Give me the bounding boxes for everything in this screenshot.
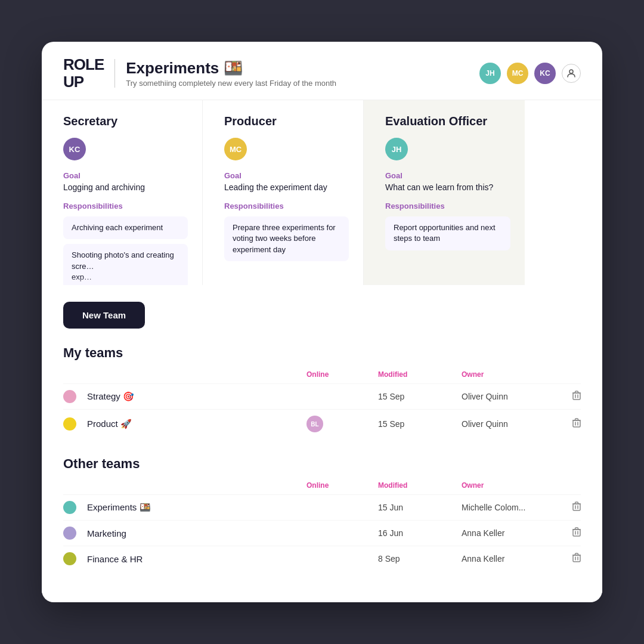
col-owner-my: Owner bbox=[462, 370, 557, 379]
header-left: ROLE UP Experiments 🍱 Try somethiing com… bbox=[63, 56, 336, 90]
team-dot-strategy bbox=[63, 390, 76, 403]
col-online-my: Online bbox=[306, 370, 378, 379]
my-teams-header: Online Modified Owner bbox=[63, 368, 581, 381]
owner-product: Oliver Quinn bbox=[462, 419, 557, 429]
date-marketing: 16 Jun bbox=[378, 528, 462, 538]
col-modified-other: Modified bbox=[378, 481, 462, 490]
producer-goal: Leading the experiment day bbox=[224, 182, 349, 192]
avatar-kc-card[interactable]: KC bbox=[63, 138, 86, 160]
table-row[interactable]: Finance & HR 8 Sep Anna Keller bbox=[63, 546, 581, 571]
svg-rect-5 bbox=[573, 555, 580, 562]
producer-card: Producer MC Goal Leading the experiment … bbox=[203, 100, 364, 285]
secretary-goal: Logging and archiving bbox=[63, 182, 188, 192]
role-cards-section: Secretary KC Goal Logging and archiving … bbox=[42, 100, 602, 285]
team-dot-finance bbox=[63, 552, 76, 565]
svg-rect-4 bbox=[573, 530, 580, 536]
my-teams-title: My teams bbox=[63, 345, 581, 361]
owner-marketing: Anna Keller bbox=[462, 528, 557, 538]
other-teams-header: Online Modified Owner bbox=[63, 479, 581, 492]
team-name-finance: Finance & HR bbox=[87, 554, 306, 564]
producer-resp-label: Responsibilities bbox=[224, 202, 349, 210]
owner-strategy: Oliver Quinn bbox=[462, 392, 557, 401]
logo-divider bbox=[114, 59, 115, 88]
team-dot-experiments bbox=[63, 501, 76, 514]
table-row[interactable]: Product 🚀 BL 15 Sep Oliver Quinn bbox=[63, 409, 581, 438]
svg-point-0 bbox=[569, 70, 573, 73]
delete-strategy-button[interactable] bbox=[557, 391, 581, 402]
svg-rect-3 bbox=[573, 504, 580, 510]
evaluation-card: Evaluation Officer JH Goal What can we l… bbox=[364, 100, 525, 285]
header: ROLE UP Experiments 🍱 Try somethiing com… bbox=[42, 42, 602, 100]
header-right: JH MC KC bbox=[479, 63, 581, 84]
table-row[interactable]: Strategy 🎯 15 Sep Oliver Quinn bbox=[63, 383, 581, 409]
secretary-title: Secretary bbox=[63, 114, 188, 128]
evaluation-goal: What can we learn from this? bbox=[385, 182, 510, 192]
delete-finance-button[interactable] bbox=[557, 553, 581, 565]
other-teams-section: Other teams Online Modified Owner Experi… bbox=[63, 456, 581, 571]
date-product: 15 Sep bbox=[378, 419, 462, 429]
my-teams-section: My teams Online Modified Owner Strategy … bbox=[63, 345, 581, 438]
avatar-jh[interactable]: JH bbox=[479, 63, 501, 84]
page-title: Experiments 🍱 bbox=[126, 59, 336, 78]
producer-goal-label: Goal bbox=[224, 171, 349, 180]
producer-avatar-row: MC bbox=[224, 138, 349, 160]
secretary-goal-label: Goal bbox=[63, 171, 188, 180]
delete-experiments-button[interactable] bbox=[557, 501, 581, 513]
secretary-avatar-row: KC bbox=[63, 138, 188, 160]
bottom-section: New Team My teams Online Modified Owner … bbox=[42, 285, 602, 593]
user-profile-icon[interactable] bbox=[562, 64, 581, 83]
table-row[interactable]: Experiments 🍱 15 Jun Michelle Colom... bbox=[63, 494, 581, 520]
secretary-resp-label: Responsibilities bbox=[63, 202, 188, 210]
owner-finance: Anna Keller bbox=[462, 554, 557, 564]
resp-item-archive: Archiving each experiment bbox=[63, 216, 188, 239]
col-modified-my: Modified bbox=[378, 370, 462, 379]
table-row[interactable]: Marketing 16 Jun Anna Keller bbox=[63, 520, 581, 546]
avatar-kc[interactable]: KC bbox=[534, 63, 556, 84]
other-teams-title: Other teams bbox=[63, 456, 581, 472]
avatar-bl: BL bbox=[306, 416, 323, 432]
team-dot-marketing bbox=[63, 527, 76, 540]
team-name-marketing: Marketing bbox=[87, 528, 306, 538]
svg-rect-1 bbox=[573, 393, 580, 400]
header-title-block: Experiments 🍱 Try somethiing completely … bbox=[126, 59, 336, 88]
team-name-experiments: Experiments 🍱 bbox=[87, 502, 306, 513]
logo: ROLE UP bbox=[63, 56, 104, 90]
producer-title: Producer bbox=[224, 114, 349, 128]
evaluation-avatar-row: JH bbox=[385, 138, 510, 160]
resp-item-report: Report opportunities and next steps to t… bbox=[385, 216, 510, 250]
page-subtitle: Try somethiing completely new every last… bbox=[126, 79, 336, 88]
date-strategy: 15 Sep bbox=[378, 392, 462, 401]
evaluation-goal-label: Goal bbox=[385, 171, 510, 180]
main-card: ROLE UP Experiments 🍱 Try somethiing com… bbox=[42, 42, 602, 602]
delete-marketing-button[interactable] bbox=[557, 527, 581, 539]
delete-product-button[interactable] bbox=[557, 418, 581, 430]
svg-rect-2 bbox=[573, 420, 580, 427]
online-col-product: BL bbox=[306, 416, 378, 432]
date-finance: 8 Sep bbox=[378, 554, 462, 564]
col-owner-other: Owner bbox=[462, 481, 557, 490]
resp-item-photo: Shooting photo's and creating scre…exp… bbox=[63, 244, 188, 285]
team-name-product: Product 🚀 bbox=[87, 419, 306, 429]
avatar-jh-card[interactable]: JH bbox=[385, 138, 408, 160]
team-name-strategy: Strategy 🎯 bbox=[87, 391, 306, 402]
evaluation-resp-label: Responsibilities bbox=[385, 202, 510, 210]
team-dot-product bbox=[63, 417, 76, 431]
avatar-mc[interactable]: MC bbox=[507, 63, 528, 84]
avatar-mc-card[interactable]: MC bbox=[224, 138, 247, 160]
resp-item-prepare: Prepare three experiments for voting two… bbox=[224, 216, 349, 261]
date-experiments: 15 Jun bbox=[378, 503, 462, 512]
col-online-other: Online bbox=[306, 481, 378, 490]
owner-experiments: Michelle Colom... bbox=[462, 503, 557, 512]
new-team-button[interactable]: New Team bbox=[63, 302, 145, 329]
secretary-card: Secretary KC Goal Logging and archiving … bbox=[42, 100, 203, 285]
evaluation-title: Evaluation Officer bbox=[385, 114, 510, 128]
